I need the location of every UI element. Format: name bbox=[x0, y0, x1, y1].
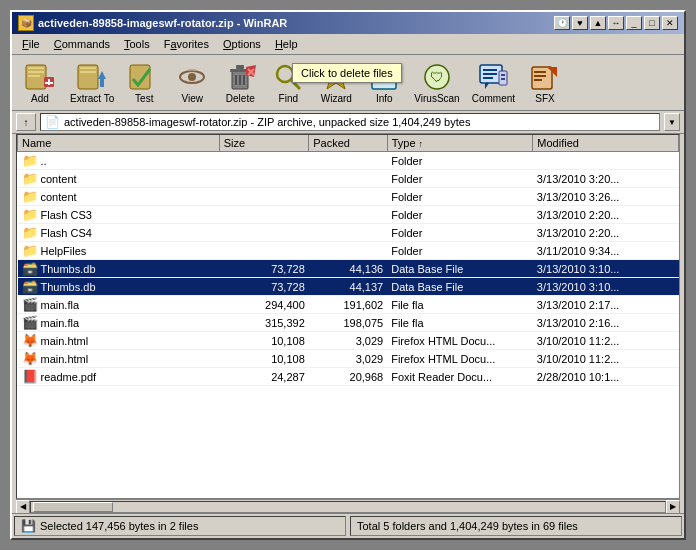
file-modified-cell: 3/13/2010 2:17... bbox=[533, 296, 679, 314]
extract-icon bbox=[76, 61, 108, 93]
app-icon: 📦 bbox=[18, 15, 34, 31]
table-row[interactable]: 📁Flash CS4Folder3/13/2010 2:20... bbox=[18, 224, 679, 242]
nav-up-button[interactable]: ↑ bbox=[16, 113, 36, 131]
svg-rect-40 bbox=[501, 78, 505, 80]
file-name-cell: 🎬main.fla bbox=[18, 296, 220, 314]
table-row[interactable]: 🦊main.html10,1083,029Firefox HTML Docu..… bbox=[18, 350, 679, 368]
file-name-cell: 🗃️Thumbs.db bbox=[18, 260, 220, 278]
table-row[interactable]: 📁..Folder bbox=[18, 152, 679, 170]
file-name-cell: 📁content bbox=[18, 188, 220, 206]
window-title: activeden-89858-imageswf-rotator.zip - W… bbox=[38, 17, 287, 29]
file-size-cell: 10,108 bbox=[219, 332, 309, 350]
column-headers: Name Size Packed Type ↑ Modified bbox=[18, 135, 679, 152]
address-dropdown[interactable]: ▼ bbox=[664, 113, 680, 131]
table-row[interactable]: 🎬main.fla315,392198,075File fla3/13/2010… bbox=[18, 314, 679, 332]
file-icon: 🦊 bbox=[22, 351, 38, 366]
file-modified-cell: 3/13/2010 3:26... bbox=[533, 188, 679, 206]
menu-help[interactable]: Help bbox=[269, 36, 304, 52]
scroll-right-button[interactable]: ▶ bbox=[666, 500, 680, 514]
file-packed-cell: 198,075 bbox=[309, 314, 387, 332]
file-name-cell: 📁content bbox=[18, 170, 220, 188]
svg-point-14 bbox=[188, 73, 196, 81]
col-header-type[interactable]: Type ↑ bbox=[387, 135, 533, 152]
sfx-button[interactable]: SFX bbox=[523, 59, 567, 106]
comment-button[interactable]: Comment bbox=[468, 59, 519, 106]
extract-button[interactable]: Extract To bbox=[66, 59, 118, 106]
sfx-label: SFX bbox=[535, 93, 554, 104]
table-row[interactable]: 📕readme.pdf24,28720,968Foxit Reader Docu… bbox=[18, 368, 679, 386]
svg-rect-6 bbox=[45, 82, 53, 84]
svg-rect-45 bbox=[534, 79, 542, 81]
title-bar-left: 📦 activeden-89858-imageswf-rotator.zip -… bbox=[18, 15, 287, 31]
file-size-cell: 73,728 bbox=[219, 278, 309, 296]
file-name: Flash CS4 bbox=[41, 227, 92, 239]
file-name-cell: 🗃️Thumbs.db bbox=[18, 278, 220, 296]
file-modified-cell: 3/13/2010 2:20... bbox=[533, 224, 679, 242]
file-size-cell: 294,400 bbox=[219, 296, 309, 314]
comment-label: Comment bbox=[472, 93, 515, 104]
file-name: main.html bbox=[41, 353, 89, 365]
svg-rect-35 bbox=[483, 73, 497, 75]
file-icon: 🎬 bbox=[22, 315, 38, 330]
heart-button[interactable]: ♥ bbox=[572, 16, 588, 30]
file-size-cell bbox=[219, 224, 309, 242]
file-name: content bbox=[41, 191, 77, 203]
svg-rect-41 bbox=[532, 67, 552, 89]
file-name: HelpFiles bbox=[41, 245, 87, 257]
table-row[interactable]: 🗃️Thumbs.db73,72844,136Data Base File3/1… bbox=[18, 260, 679, 278]
col-header-modified[interactable]: Modified bbox=[533, 135, 679, 152]
file-icon: 📁 bbox=[22, 189, 38, 204]
up-button[interactable]: ▲ bbox=[590, 16, 606, 30]
svg-rect-15 bbox=[188, 69, 192, 71]
table-row[interactable]: 📁Flash CS3Folder3/13/2010 2:20... bbox=[18, 206, 679, 224]
comment-icon bbox=[477, 61, 509, 93]
scroll-track[interactable] bbox=[30, 501, 666, 513]
table-row[interactable]: 🎬main.fla294,400191,602File fla3/13/2010… bbox=[18, 296, 679, 314]
view-button[interactable]: View bbox=[170, 59, 214, 106]
menu-favorites[interactable]: Favorites bbox=[158, 36, 215, 52]
clock-button[interactable]: 🕐 bbox=[554, 16, 570, 30]
col-header-name[interactable]: Name bbox=[18, 135, 220, 152]
maximize-button[interactable]: □ bbox=[644, 16, 660, 30]
file-size-cell bbox=[219, 188, 309, 206]
col-header-size[interactable]: Size bbox=[219, 135, 309, 152]
extract-label: Extract To bbox=[70, 93, 114, 104]
horizontal-scrollbar[interactable]: ◀ ▶ bbox=[16, 499, 680, 513]
svg-rect-19 bbox=[236, 65, 244, 69]
svg-rect-1 bbox=[28, 67, 44, 69]
table-row[interactable]: 📁contentFolder3/13/2010 3:26... bbox=[18, 188, 679, 206]
file-name-cell: 📕readme.pdf bbox=[18, 368, 220, 386]
scroll-left-button[interactable]: ◀ bbox=[16, 500, 30, 514]
minimize-button[interactable]: _ bbox=[626, 16, 642, 30]
file-modified-cell: 2/28/2010 10:1... bbox=[533, 368, 679, 386]
file-type-cell: Folder bbox=[387, 188, 533, 206]
file-packed-cell bbox=[309, 152, 387, 170]
file-packed-cell: 20,968 bbox=[309, 368, 387, 386]
add-label: Add bbox=[31, 93, 49, 104]
file-list-container[interactable]: Name Size Packed Type ↑ Modified 📁..Fold… bbox=[16, 134, 680, 499]
virusscan-button[interactable]: 🛡 VirusScan bbox=[410, 59, 463, 106]
file-name-cell: 🎬main.fla bbox=[18, 314, 220, 332]
table-row[interactable]: 🦊main.html10,1083,029Firefox HTML Docu..… bbox=[18, 332, 679, 350]
menu-tools[interactable]: Tools bbox=[118, 36, 156, 52]
file-size-cell: 73,728 bbox=[219, 260, 309, 278]
col-header-packed[interactable]: Packed bbox=[309, 135, 387, 152]
svg-rect-3 bbox=[28, 75, 40, 77]
delete-label: Delete bbox=[226, 93, 255, 104]
scroll-thumb[interactable] bbox=[33, 502, 113, 512]
table-row[interactable]: 📁contentFolder3/13/2010 3:20... bbox=[18, 170, 679, 188]
test-button[interactable]: Test bbox=[122, 59, 166, 106]
add-button[interactable]: Add bbox=[18, 59, 62, 106]
resize-button[interactable]: ↔ bbox=[608, 16, 624, 30]
menu-options[interactable]: Options bbox=[217, 36, 267, 52]
file-icon: 📁 bbox=[22, 207, 38, 222]
menu-commands[interactable]: Commands bbox=[48, 36, 116, 52]
table-row[interactable]: 📁HelpFilesFolder3/11/2010 9:34... bbox=[18, 242, 679, 260]
delete-button[interactable]: Delete bbox=[218, 59, 262, 106]
menu-file[interactable]: File bbox=[16, 36, 46, 52]
file-name-cell: 🦊main.html bbox=[18, 350, 220, 368]
svg-rect-8 bbox=[80, 67, 96, 69]
table-row[interactable]: 🗃️Thumbs.db73,72844,137Data Base File3/1… bbox=[18, 278, 679, 296]
info-label: Info bbox=[376, 93, 393, 104]
close-button[interactable]: ✕ bbox=[662, 16, 678, 30]
